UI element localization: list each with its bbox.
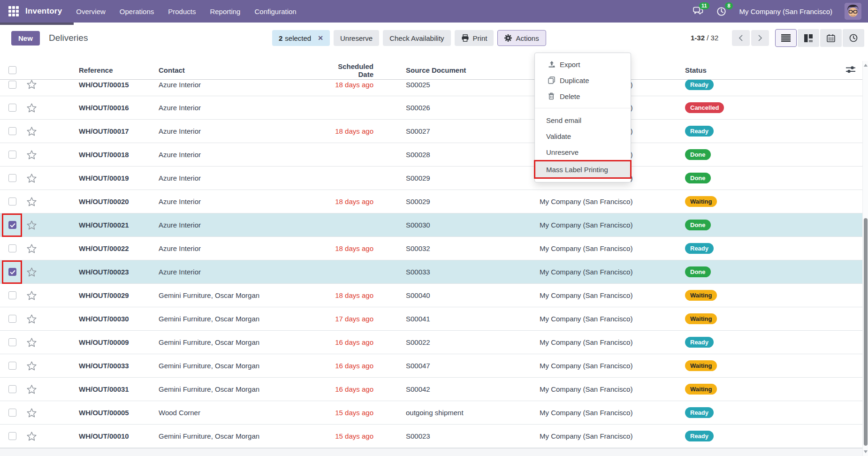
row-checkbox[interactable] [8, 432, 16, 440]
cell-company: My Company (San Francisco) [540, 221, 685, 229]
row-checkbox[interactable] [8, 127, 16, 135]
table-row-wh-out-00031[interactable]: WH/OUT/00031Gemini Furniture, Oscar Morg… [0, 378, 862, 401]
cell-contact: Gemini Furniture, Oscar Morgan [159, 362, 327, 370]
row-checkbox[interactable] [8, 385, 16, 393]
row-checkbox[interactable] [8, 198, 16, 205]
favorite-star-icon[interactable] [21, 103, 42, 113]
favorite-star-icon[interactable] [21, 220, 42, 230]
view-switcher-calendar[interactable] [820, 29, 842, 47]
cell-contact: Azure Interior [159, 104, 327, 112]
pager-next-button[interactable] [751, 30, 769, 46]
row-checkbox[interactable] [8, 221, 16, 229]
table-row-wh-out-00010[interactable]: WH/OUT/00010Gemini Furniture, Oscar Morg… [0, 425, 862, 448]
table-row-wh-out-00033[interactable]: WH/OUT/00033Gemini Furniture, Oscar Morg… [0, 354, 862, 378]
scrollbar-up-icon[interactable] [864, 64, 868, 67]
favorite-star-icon[interactable] [21, 127, 42, 136]
view-switcher-activity[interactable] [843, 29, 864, 47]
menu-item-duplicate[interactable]: Duplicate [535, 72, 631, 88]
pager-previous-button[interactable] [732, 30, 750, 46]
favorite-star-icon[interactable] [21, 80, 42, 89]
view-switcher-kanban[interactable] [798, 29, 819, 47]
cell-reference: WH/OUT/00005 [42, 409, 159, 417]
scrollbar-thumb[interactable] [864, 218, 868, 446]
table-row-wh-out-00019[interactable]: WH/OUT/00019Azure InteriorS00029My Compa… [0, 167, 862, 190]
favorite-star-icon[interactable] [21, 338, 42, 347]
table-row-wh-out-00005[interactable]: WH/OUT/00005Wood Corner15 days agooutgoi… [0, 401, 862, 425]
unreserve-button[interactable]: Unreserve [334, 30, 379, 46]
row-checkbox[interactable] [8, 315, 16, 323]
activities-button[interactable]: 8 [716, 6, 727, 17]
user-avatar[interactable] [845, 3, 861, 20]
nav-menu-configuration[interactable]: Configuration [254, 8, 296, 15]
nav-menu-operations[interactable]: Operations [120, 8, 154, 15]
column-header-source-document[interactable]: Source Document [383, 66, 540, 74]
table-row-wh-out-00023[interactable]: WH/OUT/00023Azure InteriorS00033My Compa… [0, 260, 862, 284]
table-row-wh-out-00016[interactable]: WH/OUT/00016Azure InteriorS00026My Compa… [0, 96, 862, 120]
new-button[interactable]: New [11, 31, 40, 46]
row-checkbox[interactable] [8, 291, 16, 299]
row-checkbox[interactable] [8, 409, 16, 417]
row-checkbox[interactable] [8, 268, 16, 276]
view-switcher-list[interactable] [775, 29, 797, 47]
app-title[interactable]: Inventory [25, 7, 62, 16]
check-availability-button[interactable]: Check Availability [383, 30, 450, 46]
row-checkbox[interactable] [8, 362, 16, 370]
favorite-star-icon[interactable] [21, 408, 42, 418]
messages-button[interactable]: 11 [693, 6, 704, 17]
favorite-star-icon[interactable] [21, 267, 42, 277]
column-header-status[interactable]: Status [685, 66, 807, 74]
row-checkbox[interactable] [8, 104, 16, 112]
cell-contact: Gemini Furniture, Oscar Morgan [159, 338, 327, 346]
favorite-star-icon[interactable] [21, 314, 42, 324]
menu-item-delete[interactable]: Delete [535, 88, 631, 104]
column-header-reference[interactable]: Reference [42, 66, 159, 74]
table-row-wh-out-00017[interactable]: WH/OUT/00017Azure Interior18 days agoS00… [0, 120, 862, 143]
favorite-star-icon[interactable] [21, 361, 42, 371]
optional-columns-icon[interactable] [845, 66, 856, 74]
favorite-star-icon[interactable] [21, 385, 42, 394]
messages-count-badge: 11 [699, 2, 709, 9]
control-panel: New Deliveries 2 selected ✕ Unreserve Ch… [0, 25, 868, 52]
favorite-star-icon[interactable] [21, 432, 42, 441]
favorite-star-icon[interactable] [21, 291, 42, 300]
clear-selection-icon[interactable]: ✕ [318, 34, 323, 42]
print-button[interactable]: Print [455, 30, 494, 46]
table-row-wh-out-00029[interactable]: WH/OUT/00029Gemini Furniture, Oscar Morg… [0, 284, 862, 307]
table-row-wh-out-00015[interactable]: WH/OUT/00015Azure Interior18 days agoS00… [0, 80, 862, 96]
row-checkbox[interactable] [8, 338, 16, 346]
table-row-wh-out-00022[interactable]: WH/OUT/00022Azure Interior18 days agoS00… [0, 237, 862, 260]
menu-item-export[interactable]: Export [535, 56, 631, 72]
menu-item-validate[interactable]: Validate [535, 128, 631, 144]
nav-menu-overview[interactable]: Overview [76, 8, 106, 15]
menu-item-send-email[interactable]: Send email [535, 112, 631, 128]
row-checkbox[interactable] [8, 151, 16, 159]
cell-scheduled-date: 18 days ago [327, 244, 383, 252]
row-checkbox[interactable] [8, 174, 16, 182]
apps-grid-icon[interactable] [8, 6, 19, 16]
table-row-wh-out-00020[interactable]: WH/OUT/00020Azure Interior18 days agoS00… [0, 190, 862, 213]
select-all-checkbox[interactable] [8, 66, 16, 74]
company-switcher[interactable]: My Company (San Francisco) [739, 8, 832, 15]
column-header-contact[interactable]: Contact [159, 66, 327, 74]
row-checkbox[interactable] [8, 244, 16, 252]
nav-menu-products[interactable]: Products [168, 8, 196, 15]
favorite-star-icon[interactable] [21, 174, 42, 183]
favorite-star-icon[interactable] [21, 150, 42, 160]
scrollbar-down-icon[interactable] [864, 450, 868, 453]
table-row-wh-out-00021[interactable]: WH/OUT/00021Azure InteriorS00030My Compa… [0, 213, 862, 237]
status-badge: Done [685, 220, 711, 230]
vertical-scrollbar[interactable] [862, 61, 868, 456]
menu-item-mass-label-printing[interactable]: Mass Label Printing [534, 160, 632, 179]
table-row-wh-out-00030[interactable]: WH/OUT/00030Gemini Furniture, Oscar Morg… [0, 307, 862, 331]
actions-button[interactable]: Actions [497, 30, 546, 46]
favorite-star-icon[interactable] [21, 197, 42, 206]
status-badge: Done [685, 173, 711, 183]
gear-icon [504, 34, 512, 42]
column-header-scheduled-date[interactable]: Scheduled Date [327, 62, 383, 78]
menu-item-unreserve[interactable]: Unreserve [535, 144, 631, 160]
favorite-star-icon[interactable] [21, 244, 42, 253]
table-row-wh-out-00018[interactable]: WH/OUT/00018Azure InteriorS00028My Compa… [0, 143, 862, 167]
nav-menu-reporting[interactable]: Reporting [210, 8, 240, 15]
row-checkbox[interactable] [8, 81, 16, 89]
table-row-wh-out-00009[interactable]: WH/OUT/00009Gemini Furniture, Oscar Morg… [0, 331, 862, 354]
